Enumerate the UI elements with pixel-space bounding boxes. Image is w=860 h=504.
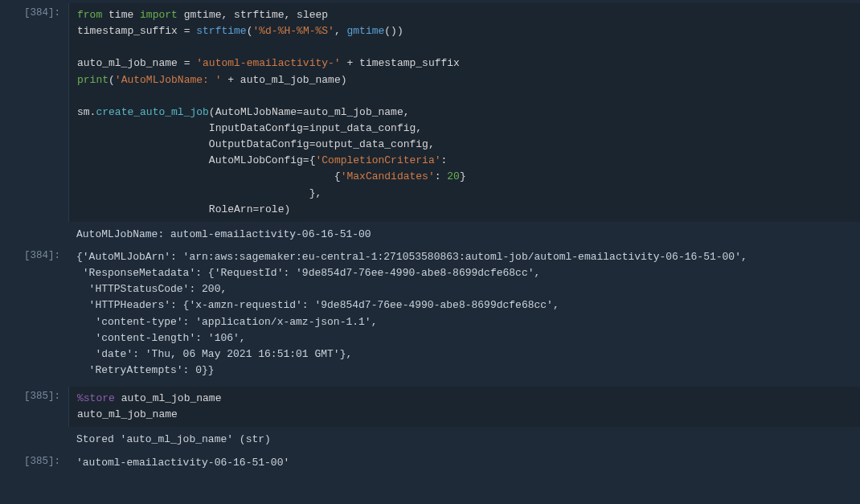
module-name: time — [109, 9, 133, 21]
output-prompt: [384]: — [0, 246, 68, 265]
value: output_data_config, — [315, 138, 434, 150]
dict-key: 'CompletionCriteria' — [315, 154, 440, 166]
output-prompt: [385]: — [0, 452, 68, 471]
var: auto_ml_job_name — [240, 74, 341, 86]
brace: { — [334, 170, 341, 182]
cell-384-output-row: [384]: {'AutoMLJobArn': 'arn:aws:sagemak… — [0, 246, 860, 382]
execute-result: {'AutoMLJobArn': 'arn:aws:sagemaker:eu-c… — [68, 246, 860, 382]
op-eq: = — [303, 154, 309, 166]
pad — [77, 187, 309, 199]
space — [115, 392, 121, 404]
param: AutoMLJobName — [215, 106, 297, 118]
cell-384-input-row: [384]: from time import gmtime, strftime… — [0, 3, 860, 223]
code-cell[interactable]: from time import gmtime, strftime, sleep… — [68, 3, 860, 222]
value: auto_ml_job_name, — [303, 106, 410, 118]
var: auto_ml_job_name — [77, 408, 178, 420]
cell-384-stream-row: AutoMLJobName: automl-emailactivity-06-1… — [0, 223, 860, 246]
param: RoleArn — [209, 203, 253, 215]
magic-cmd: %store — [77, 392, 115, 404]
code-cell[interactable]: %store auto_ml_job_name auto_ml_job_name — [68, 387, 860, 427]
fn-call: gmtime — [347, 25, 385, 37]
value: role — [259, 203, 284, 215]
paren: ( — [209, 106, 215, 118]
obj: sm — [77, 106, 90, 118]
param: InputDataConfig — [209, 122, 303, 134]
paren: ) — [397, 25, 403, 37]
var: auto_ml_job_name — [77, 57, 178, 69]
stream-output: AutoMLJobName: automl-emailactivity-06-1… — [68, 223, 860, 246]
var: auto_ml_job_name — [121, 392, 222, 404]
pad — [77, 203, 209, 215]
cell-385-stream-row: Stored 'auto_ml_job_name' (str) — [0, 428, 860, 451]
input-prompt: [384]: — [0, 3, 68, 23]
notebook: [384]: from time import gmtime, strftime… — [0, 0, 860, 477]
paren: () — [384, 25, 397, 37]
value: input_data_config, — [309, 122, 422, 134]
keyword-import: import — [140, 9, 178, 21]
method: create_auto_ml_job — [96, 106, 208, 118]
paren: ( — [109, 74, 115, 86]
op-eq: = — [297, 106, 303, 118]
var: timestamp_suffix — [77, 25, 178, 37]
empty-prompt — [0, 428, 68, 436]
fn-print: print — [77, 74, 109, 86]
param: OutputDataConfig — [209, 138, 309, 150]
dict-key: 'MaxCandidates' — [341, 170, 435, 182]
op-eq: = — [303, 122, 309, 134]
param: AutoMLJobConfig — [209, 154, 303, 166]
var: timestamp_suffix — [359, 57, 460, 69]
input-prompt: [385]: — [0, 387, 68, 406]
pad — [77, 170, 334, 182]
op-eq: = — [178, 57, 196, 69]
import-names: gmtime, strftime, sleep — [184, 9, 328, 21]
pad — [77, 122, 209, 134]
op-eq: = — [178, 25, 196, 37]
fn-call: strftime — [196, 25, 246, 37]
string: 'automl-emailactivity-' — [196, 57, 340, 69]
brace: } — [460, 170, 466, 182]
pad — [77, 154, 209, 166]
string: 'AutoMLJobName: ' — [115, 74, 222, 86]
paren: ) — [341, 74, 347, 86]
keyword-from: from — [77, 9, 102, 21]
colon: : — [441, 154, 448, 166]
execute-result: 'automl-emailactivity-06-16-51-00' — [68, 452, 860, 474]
paren: ) — [284, 203, 290, 215]
number: 20 — [447, 170, 460, 182]
pad — [77, 138, 209, 150]
op-plus: + — [221, 74, 240, 86]
op-plus: + — [341, 57, 359, 69]
colon: : — [435, 170, 448, 182]
cell-385-input-row: [385]: %store auto_ml_job_name auto_ml_j… — [0, 387, 860, 428]
cell-385-output-row: [385]: 'automl-emailactivity-06-16-51-00… — [0, 452, 860, 474]
comma: , — [334, 25, 347, 37]
string: '%d-%H-%M-%S' — [252, 25, 334, 37]
empty-prompt — [0, 223, 68, 232]
stream-output: Stored 'auto_ml_job_name' (str) — [68, 428, 860, 451]
brace: }, — [309, 187, 322, 199]
